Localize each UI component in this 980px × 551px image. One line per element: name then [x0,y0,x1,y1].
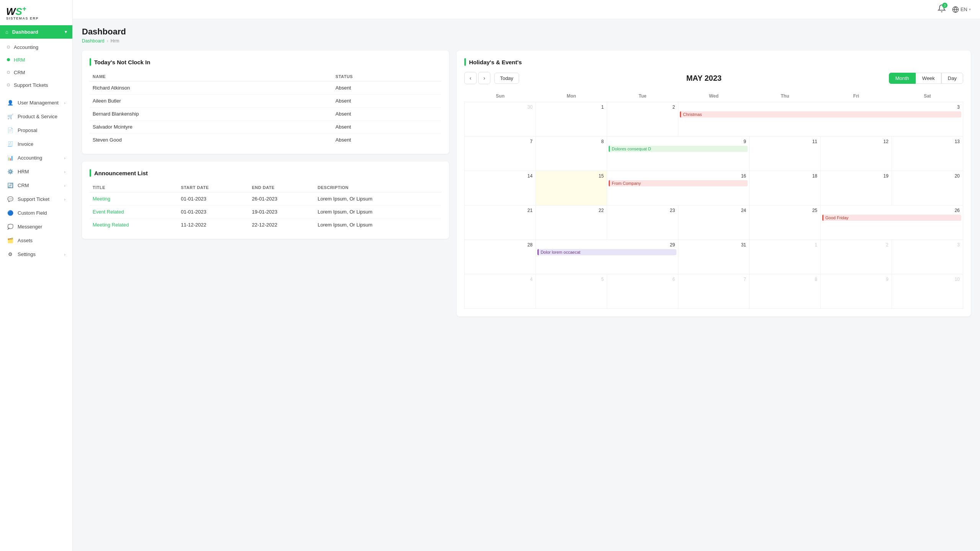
breadcrumb-dashboard[interactable]: Dashboard [82,38,105,44]
sidebar-item-label: Custom Field [18,210,47,216]
chevron-right-icon: › [64,170,65,174]
content-area: Dashboard Dashboard › Hrm Today's Not Cl… [73,19,980,551]
calendar-day-cell[interactable]: 11 [750,137,821,171]
nav-section-main: 👤 User Management › 🛒 Product & Service … [0,94,72,264]
ann-title[interactable]: Meeting [90,192,178,205]
calendar-day-cell[interactable]: 29Dolor lorem occaecat [536,240,678,274]
ann-title[interactable]: Event Related [90,205,178,218]
sidebar-item-hrm2[interactable]: ⚙️ HRM › [0,165,72,179]
calendar-day-cell[interactable]: 20 [892,171,963,205]
employee-name: Aileen Butler [90,95,332,108]
calendar-day-cell[interactable]: 3Christmas [678,102,963,137]
calendar-day-cell[interactable]: 19 [821,171,892,205]
calendar-month-view-button[interactable]: Month [889,73,916,84]
calendar-day-cell[interactable]: 1 [750,240,821,274]
sidebar-item-custom-field[interactable]: 🔵 Custom Field [0,206,72,220]
home-icon: ⌂ [5,29,8,35]
calendar-day-cell[interactable]: 8 [750,274,821,309]
calendar-event[interactable]: Dolores consequat D [609,146,748,152]
calendar-day-cell[interactable]: 26Good Friday [821,205,963,240]
calendar-day-cell[interactable]: 7 [678,274,750,309]
sidebar-item-support-ticket2[interactable]: 💬 Support Ticket › [0,192,72,206]
calendar-day-cell[interactable]: 24 [678,205,750,240]
employee-status: Absent [332,121,441,134]
calendar-day-cell[interactable]: 31 [678,240,750,274]
calendar-day-cell[interactable]: 2 [821,240,892,274]
calendar-day-cell[interactable]: 9 [821,274,892,309]
calendar-day-cell[interactable]: 2 [607,102,678,137]
calendar-next-button[interactable]: › [478,72,490,84]
employee-status: Absent [332,82,441,95]
calendar-day-number: 15 [537,173,605,179]
calendar-today-button[interactable]: Today [494,73,519,84]
calendar-day-cell[interactable]: 3 [892,240,963,274]
nav-dot-icon [7,83,10,86]
dashboard-nav-button[interactable]: ⌂ Dashboard ▾ [0,25,72,39]
not-clock-in-table-scroll[interactable]: NAME STATUS Richard AtkinsonAbsentAileen… [90,72,441,146]
calendar-day-cell[interactable]: 21 [465,205,536,240]
language-selector[interactable]: EN ▾ [952,6,971,13]
calendar-day-number: 31 [680,241,748,248]
not-clock-in-title: Today's Not Clock In [90,58,441,66]
notification-badge: 3 [942,3,947,8]
list-item: Event Related 01-01-2023 19-01-2023 Lore… [90,205,441,218]
calendar-week-row: 45678910 [465,274,963,309]
ann-title[interactable]: Meeting Related [90,218,178,231]
not-clock-in-table: NAME STATUS Richard AtkinsonAbsentAileen… [90,72,441,146]
sidebar-item-proposal[interactable]: 📄 Proposal [0,124,72,137]
calendar-event[interactable]: From Company [609,180,748,186]
sidebar-item-support-tickets[interactable]: Support Tickets [0,79,72,91]
cal-grid-header: SunMonTueWedThuFriSat [465,90,963,102]
calendar-day-number: 14 [466,173,534,179]
calendar-day-cell[interactable]: 6 [607,274,678,309]
calendar-day-number: 22 [537,207,605,214]
calendar-day-cell[interactable]: 25 [750,205,821,240]
calendar-day-cell[interactable]: 10 [892,274,963,309]
calendar-day-cell[interactable]: 4 [465,274,536,309]
calendar-day-cell[interactable]: 16From Company [607,171,750,205]
calendar-week-view-button[interactable]: Week [916,73,941,84]
calendar-day-cell[interactable]: 18 [750,171,821,205]
settings-icon: ⚙ [7,251,14,258]
calendar-event[interactable]: Dolor lorem occaecat [537,249,676,255]
sidebar-item-accounting2[interactable]: 📊 Accounting › [0,151,72,165]
custom-field-icon: 🔵 [7,210,14,217]
sidebar-item-label: Invoice [18,141,33,147]
calendar-day-cell[interactable]: 5 [536,274,607,309]
calendar-day-cell[interactable]: 15 [536,171,607,205]
calendar-event[interactable]: Christmas [680,111,961,117]
calendar-day-number: 18 [751,173,819,179]
calendar-day-cell[interactable]: 23 [607,205,678,240]
calendar-day-cell[interactable]: 9Dolores consequat D [607,137,750,171]
calendar-day-cell[interactable]: 8 [536,137,607,171]
calendar-day-number: 3 [680,104,961,111]
sidebar-item-settings[interactable]: ⚙ Settings › [0,248,72,261]
calendar-day-cell[interactable]: 7 [465,137,536,171]
calendar-day-cell[interactable]: 12 [821,137,892,171]
calendar-prev-button[interactable]: ‹ [464,72,477,84]
calendar-day-cell[interactable]: 13 [892,137,963,171]
sidebar-item-crm2[interactable]: 🔄 CRM › [0,179,72,192]
calendar-day-number: 19 [822,173,890,179]
col-name: NAME [90,72,332,82]
sidebar-item-assets[interactable]: 🗂️ Assets [0,234,72,248]
calendar-day-cell[interactable]: 28 [465,240,536,274]
calendar-day-view-button[interactable]: Day [941,73,963,84]
sidebar-item-hrm[interactable]: HRM [0,54,72,66]
notification-button[interactable]: 3 [938,4,946,15]
language-label: EN [960,7,967,12]
calendar-day-cell[interactable]: 30 [465,102,536,137]
ann-start-date: 01-01-2023 [178,205,249,218]
sidebar-item-messenger[interactable]: 💭 Messenger [0,220,72,234]
calendar-day-cell[interactable]: 1 [536,102,607,137]
sidebar-item-user-management[interactable]: 👤 User Management › [0,96,72,110]
sidebar-item-crm[interactable]: CRM [0,66,72,79]
ann-description: Lorem Ipsum, Or Lipsum [315,205,441,218]
sidebar-item-invoice[interactable]: 🧾 Invoice [0,137,72,151]
calendar-day-number: 13 [893,138,961,145]
calendar-day-cell[interactable]: 14 [465,171,536,205]
calendar-event[interactable]: Good Friday [822,215,961,221]
sidebar-item-accounting[interactable]: Accounting [0,41,72,54]
calendar-day-cell[interactable]: 22 [536,205,607,240]
sidebar-item-product-service[interactable]: 🛒 Product & Service [0,110,72,124]
